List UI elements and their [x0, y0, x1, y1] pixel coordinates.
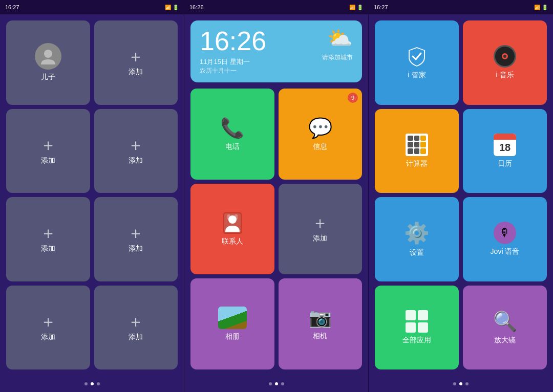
tile-imusic-label: i 音乐: [496, 71, 514, 80]
svg-point-0: [44, 50, 52, 58]
vinyl-center: [502, 53, 508, 59]
avatar: [35, 43, 61, 70]
right-app-grid: i 管家 i 音乐 计算器: [369, 14, 553, 376]
calendar-icon: 18: [494, 134, 516, 156]
tile-sms-label: 信息: [313, 142, 327, 151]
cloud-icon: ⛅: [322, 28, 353, 48]
tile-magnifier-label: 放大镜: [494, 336, 516, 345]
right-dot-nav: [369, 376, 553, 392]
right-status-icons: 📶 🔋: [534, 5, 548, 10]
tile-sms[interactable]: 9 💬 信息: [279, 89, 363, 180]
right-time: 16:27: [374, 4, 388, 10]
weather-widget[interactable]: 16:26 11月15日 星期一 农历十月十一 ⛅ 请添加城市: [190, 20, 362, 82]
tile-mid-add-label: 添加: [313, 234, 327, 243]
calculator-icon: [406, 134, 428, 156]
tile-add-5[interactable]: ＋ 添加: [94, 197, 178, 281]
plus-icon: ＋: [40, 137, 56, 153]
mid-dot-3: [281, 382, 284, 385]
sms-badge: 9: [348, 93, 358, 103]
tile-camera[interactable]: 📷 相机: [279, 278, 363, 369]
weather-city: 请添加城市: [322, 53, 353, 62]
tile-add-2[interactable]: ＋ 添加: [6, 109, 90, 193]
left-time: 16:27: [5, 4, 19, 10]
tile-calendar-label: 日历: [498, 159, 512, 168]
tile-add-3[interactable]: ＋ 添加: [94, 109, 178, 193]
tile-magnifier[interactable]: 🔍 放大镜: [463, 286, 547, 370]
tile-calendar[interactable]: 18 日历: [463, 109, 547, 193]
right-status-bar: 16:27 📶 🔋: [369, 0, 553, 14]
middle-panel: 16:26 📶 🔋 16:26 11月15日 星期一 农历十月十一 ⛅ 请添加城…: [184, 0, 369, 392]
middle-app-grid: 📞 电话 9 💬 信息 联系人 ＋ 添加: [184, 89, 368, 376]
tile-phone[interactable]: 📞 电话: [190, 89, 274, 180]
middle-time: 16:26: [189, 4, 204, 10]
tile-jovi[interactable]: 🎙 Jovi 语音: [463, 197, 547, 281]
dot-2: [91, 382, 94, 385]
weather-date-row: 11月15日 星期一 农历十月十一: [200, 57, 266, 75]
right-dot-3: [465, 382, 469, 385]
tile-mid-add[interactable]: ＋ 添加: [279, 184, 363, 275]
tile-add-6[interactable]: ＋ 添加: [6, 286, 90, 370]
tile-add-4[interactable]: ＋ 添加: [6, 197, 90, 281]
middle-dot-nav: [184, 376, 368, 392]
tile-add-1[interactable]: ＋ 添加: [94, 20, 178, 105]
contact-person-icon: [221, 211, 244, 234]
settings-gear-icon: ⚙️: [404, 221, 430, 245]
plus-icon: ＋: [40, 313, 56, 330]
tile-allapps-label: 全部应用: [402, 336, 431, 345]
tile-son-label: 儿子: [41, 73, 55, 82]
middle-status-icons: 📶 🔋: [349, 5, 363, 10]
tile-jovi-label: Jovi 语音: [491, 247, 520, 256]
tile-contacts-label: 联系人: [222, 237, 243, 246]
plus-icon: ＋: [127, 225, 144, 241]
weather-date: 11月15日 星期一: [200, 57, 250, 67]
plus-icon: ＋: [127, 137, 144, 153]
right-panel: 16:27 📶 🔋 i 管家 i 音乐: [369, 0, 553, 392]
mid-dot-2: [275, 382, 278, 385]
tile-calculator[interactable]: 计算器: [375, 109, 459, 193]
tile-imusic[interactable]: i 音乐: [463, 20, 547, 105]
weather-lunar: 农历十月十一: [200, 67, 250, 75]
dot-3: [97, 382, 100, 385]
tile-add-5-label: 添加: [129, 244, 143, 253]
tile-add-2-label: 添加: [41, 156, 55, 165]
tile-add-7[interactable]: ＋ 添加: [94, 286, 178, 370]
magnifier-glass-icon: 🔍: [493, 310, 517, 333]
plus-icon: ＋: [127, 48, 144, 64]
tile-allapps[interactable]: 全部应用: [375, 286, 459, 370]
shield-check-icon: [406, 45, 428, 68]
dot-1: [84, 382, 88, 385]
phone-icon: 📞: [220, 117, 244, 139]
weather-inner: 16:26 11月15日 星期一 农历十月十一 ⛅ 请添加城市: [200, 28, 353, 75]
left-app-grid: 儿子 ＋ 添加 ＋ 添加 ＋ 添加 ＋ 添加 ＋ 添加 ＋ 添加: [0, 14, 184, 376]
weather-time: 16:26: [200, 28, 266, 54]
camera-icon: 📷: [309, 307, 332, 329]
plus-icon: ＋: [312, 214, 328, 231]
left-status-icons: 📶 🔋: [165, 5, 179, 10]
tile-iguanjia[interactable]: i 管家: [375, 20, 459, 105]
right-dot-1: [453, 382, 456, 385]
jovi-voice-icon: 🎙: [494, 222, 516, 244]
tile-add-1-label: 添加: [129, 68, 143, 77]
tile-son[interactable]: 儿子: [6, 20, 90, 105]
left-status-bar: 16:27 📶 🔋: [0, 0, 184, 14]
svg-rect-5: [235, 214, 238, 220]
tile-add-7-label: 添加: [129, 333, 143, 342]
vinyl-icon: [494, 45, 516, 68]
tile-add-3-label: 添加: [129, 156, 143, 165]
tile-contacts[interactable]: 联系人: [190, 184, 274, 275]
tile-photos-label: 相册: [225, 332, 240, 341]
plus-icon: ＋: [40, 225, 56, 241]
svg-rect-4: [227, 214, 230, 220]
tile-camera-label: 相机: [313, 332, 327, 341]
message-icon: 💬: [308, 117, 332, 139]
left-panel: 16:27 📶 🔋 儿子 ＋ 添加 ＋ 添加 ＋ 添加: [0, 0, 184, 392]
plus-icon: ＋: [127, 313, 144, 330]
tile-photos[interactable]: 相册: [190, 278, 274, 369]
tile-calculator-label: 计算器: [406, 159, 428, 168]
mid-dot-1: [269, 382, 272, 385]
middle-status-bar: 16:26 📶 🔋: [184, 0, 368, 14]
tile-settings-label: 设置: [410, 248, 424, 257]
all-apps-icon: [406, 310, 428, 333]
right-dot-2: [459, 382, 462, 385]
tile-settings[interactable]: ⚙️ 设置: [375, 197, 459, 281]
